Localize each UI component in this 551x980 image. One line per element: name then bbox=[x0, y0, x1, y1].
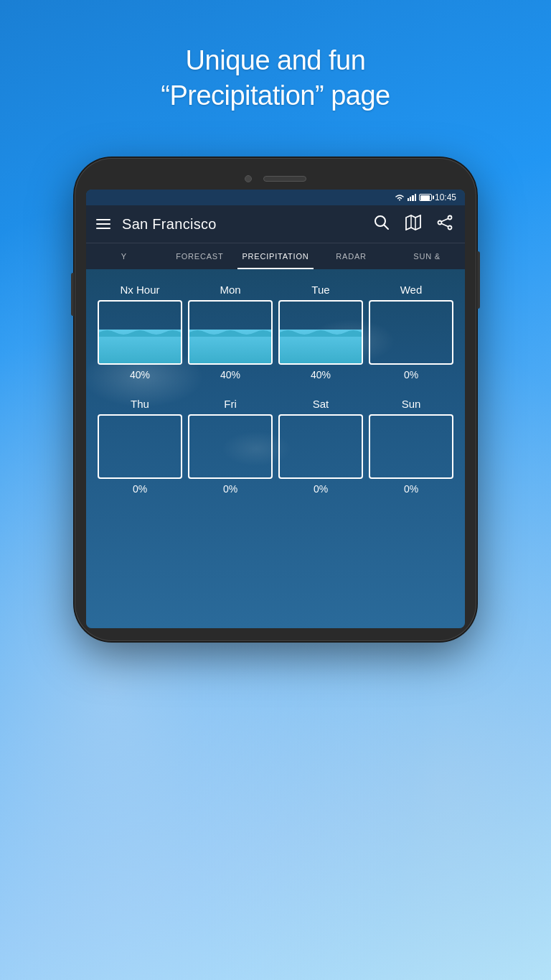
precipitation-content: Nx Hour 40% bbox=[86, 269, 465, 628]
precip-percent-mon: 40% bbox=[220, 369, 240, 381]
front-camera bbox=[245, 175, 252, 182]
nav-tabs: Y FORECAST PRECIPITATION RADAR SUN & bbox=[86, 243, 465, 269]
precipitation-row-1: Nx Hour 40% bbox=[98, 284, 453, 381]
speaker-grille bbox=[263, 176, 306, 182]
precip-percent-wed: 0% bbox=[404, 369, 418, 381]
precip-day-fri: Fri bbox=[224, 398, 237, 410]
precip-day-sat: Sat bbox=[313, 398, 329, 410]
svg-point-6 bbox=[438, 220, 442, 224]
svg-line-9 bbox=[442, 223, 448, 226]
tab-radar[interactable]: RADAR bbox=[314, 243, 390, 269]
phone-screen: 10:45 San Francisco bbox=[86, 190, 465, 628]
title-line2: “Precipitation” page bbox=[161, 80, 390, 111]
wave-svg-mon bbox=[189, 328, 271, 337]
share-icon bbox=[437, 215, 453, 230]
precip-day-mon: Mon bbox=[220, 284, 240, 296]
hamburger-line-3 bbox=[96, 228, 110, 229]
precipitation-grid-1: Nx Hour 40% bbox=[98, 284, 453, 381]
wifi-icon bbox=[395, 194, 405, 201]
precip-chart-tue bbox=[278, 300, 363, 365]
phone-top-bar bbox=[86, 171, 465, 190]
precip-percent-thu: 0% bbox=[133, 483, 147, 495]
app-bar-city: San Francisco bbox=[122, 216, 360, 233]
precip-percent-sat: 0% bbox=[314, 483, 328, 495]
water-fill-nxhour bbox=[99, 330, 181, 363]
precip-percent-fri: 0% bbox=[223, 483, 237, 495]
precip-chart-fri bbox=[188, 414, 273, 479]
precipitation-grid-2: Thu 0% Fri 0% Sat bbox=[98, 398, 453, 495]
tab-y[interactable]: Y bbox=[86, 243, 162, 269]
tab-precipitation[interactable]: PRECIPITATION bbox=[237, 243, 314, 269]
hamburger-line-2 bbox=[96, 223, 110, 225]
precip-day-tue: Tue bbox=[311, 284, 329, 296]
precipitation-row-2: Thu 0% Fri 0% Sat bbox=[98, 398, 453, 495]
menu-button[interactable] bbox=[96, 219, 110, 229]
precip-item-sun: Sun 0% bbox=[369, 398, 453, 495]
precip-chart-mon bbox=[188, 300, 273, 365]
page-title-area: Unique and fun “Precipitation” page bbox=[0, 0, 551, 114]
precip-day-sun: Sun bbox=[402, 398, 421, 410]
precip-percent-tue: 40% bbox=[311, 369, 331, 381]
precip-chart-sat bbox=[278, 414, 363, 479]
water-fill-tue bbox=[280, 330, 362, 363]
precip-chart-sun bbox=[369, 414, 453, 479]
precip-item-thu: Thu 0% bbox=[98, 398, 182, 495]
water-fill-mon bbox=[189, 330, 271, 363]
tab-forecast[interactable]: FORECAST bbox=[162, 243, 238, 269]
precip-day-nxhour: Nx Hour bbox=[120, 284, 159, 296]
precip-item-nxhour: Nx Hour 40% bbox=[98, 284, 182, 381]
precip-chart-thu bbox=[98, 414, 182, 479]
tab-sun[interactable]: SUN & bbox=[389, 243, 465, 269]
battery-icon bbox=[419, 194, 432, 201]
map-button[interactable] bbox=[403, 215, 423, 234]
phone-device: 10:45 San Francisco bbox=[75, 158, 476, 641]
svg-point-7 bbox=[448, 225, 452, 229]
page-title: Unique and fun “Precipitation” page bbox=[0, 43, 551, 114]
precip-day-thu: Thu bbox=[131, 398, 149, 410]
wave-svg-tue bbox=[280, 328, 362, 337]
precip-percent-sun: 0% bbox=[404, 483, 418, 495]
signal-icon bbox=[408, 194, 416, 201]
hamburger-line-1 bbox=[96, 219, 110, 220]
search-icon bbox=[374, 215, 390, 230]
status-bar: 10:45 bbox=[86, 190, 465, 205]
svg-line-8 bbox=[442, 218, 448, 221]
precip-percent-nxhour: 40% bbox=[130, 369, 150, 381]
precip-chart-nxhour bbox=[98, 300, 182, 365]
svg-point-5 bbox=[448, 215, 452, 219]
status-time: 10:45 bbox=[435, 192, 456, 202]
share-button[interactable] bbox=[435, 215, 455, 234]
wave-svg-nxhour bbox=[99, 328, 181, 337]
svg-marker-2 bbox=[406, 215, 420, 230]
precip-day-wed: Wed bbox=[400, 284, 423, 296]
svg-line-1 bbox=[385, 225, 389, 229]
precip-chart-wed bbox=[369, 300, 453, 365]
status-icons: 10:45 bbox=[395, 192, 456, 202]
precip-item-fri: Fri 0% bbox=[188, 398, 273, 495]
title-line1: Unique and fun bbox=[186, 45, 366, 75]
precip-item-wed: Wed 0% bbox=[369, 284, 453, 381]
precip-item-mon: Mon 40% bbox=[188, 284, 273, 381]
phone-outer-shell: 10:45 San Francisco bbox=[75, 158, 476, 641]
app-bar: San Francisco bbox=[86, 205, 465, 243]
precip-item-tue: Tue 40% bbox=[278, 284, 363, 381]
map-icon bbox=[405, 215, 421, 230]
battery-fill bbox=[420, 195, 430, 200]
search-button[interactable] bbox=[372, 215, 392, 234]
precip-item-sat: Sat 0% bbox=[278, 398, 363, 495]
